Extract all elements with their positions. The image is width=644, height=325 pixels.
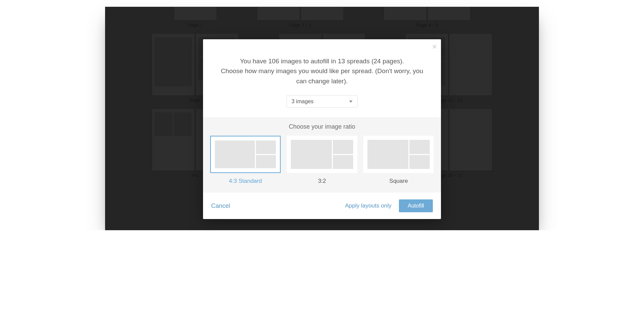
modal-heading-line2: Choose how many images you would like pe…: [217, 66, 427, 86]
ratio-option-4-3[interactable]: 4:3 Standard: [210, 136, 281, 185]
ratio-label: Square: [363, 178, 434, 185]
select-value: 3 images: [291, 99, 314, 105]
ratio-thumb: [363, 136, 434, 173]
ratio-option-3-2[interactable]: 3:2: [287, 136, 357, 185]
ratio-thumb: [287, 136, 357, 173]
ratio-thumb: [210, 136, 281, 173]
chevron-down-icon: [349, 101, 353, 103]
ratio-label: 3:2: [287, 178, 357, 185]
autofill-modal: × You have 106 images to autofill in 13 …: [203, 39, 441, 219]
images-per-spread-select[interactable]: 3 images: [286, 95, 358, 108]
ratio-option-square[interactable]: Square: [363, 136, 434, 185]
modal-heading-line1: You have 106 images to autofill in 13 sp…: [217, 56, 427, 66]
autofill-button[interactable]: Autofill: [399, 199, 433, 212]
close-icon[interactable]: ×: [432, 42, 437, 51]
apply-layouts-button[interactable]: Apply layouts only: [345, 202, 391, 209]
ratio-title: Choose your image ratio: [210, 123, 434, 130]
editor-stage: Page 1 Page 2 - 3 Page 4 - 5 Page Page 1…: [105, 7, 539, 230]
cancel-button[interactable]: Cancel: [211, 202, 230, 210]
ratio-label: 4:3 Standard: [210, 178, 281, 185]
ratio-section: Choose your image ratio 4:3 Standard 3:2…: [203, 117, 441, 193]
